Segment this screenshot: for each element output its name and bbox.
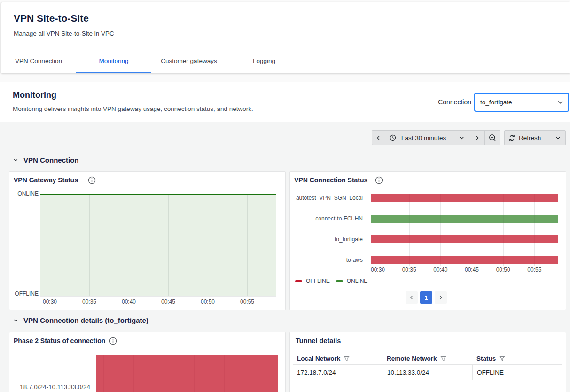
connection-tick: 00:30	[364, 267, 392, 273]
clock-icon	[390, 134, 396, 141]
gateway-tick: 00:35	[75, 298, 103, 305]
tab-bar: VPN Connection Monitoring Customer gatew…	[1, 54, 302, 73]
connection-bar-offline	[371, 235, 558, 243]
tab-customer-gateways[interactable]: Customer gateways	[151, 54, 226, 73]
gateway-tick: 00:55	[233, 298, 261, 305]
chart-legend: OFFLINE ONLINE	[295, 278, 367, 284]
chevron-down-icon	[459, 135, 464, 141]
col-status[interactable]: Status	[472, 355, 562, 362]
gateway-x-axis	[40, 296, 276, 297]
col-status-label: Status	[476, 355, 496, 362]
pagination-prev-button[interactable]	[406, 291, 418, 304]
chevron-down-icon	[13, 318, 23, 323]
zoom-out-icon	[489, 134, 496, 141]
connection-row-label: to-aws	[289, 257, 363, 263]
tab-logging[interactable]: Logging	[226, 54, 302, 73]
card-tunnel-details: Tunnel details Local Network Remote Netw…	[289, 332, 566, 392]
connection-row-label: to_fortigate	[289, 236, 363, 243]
page-title: VPN Site-to-Site	[14, 13, 89, 24]
section-vpn-connection-details[interactable]: VPN Connection details (to_fortigate)	[13, 316, 148, 324]
phase2-row-label: 172.18.7.0/24-10.113.33.0/24	[20, 384, 90, 391]
gateway-tick: 00:45	[154, 298, 182, 305]
info-icon[interactable]	[88, 176, 96, 186]
section-vpn-connection-details-title: VPN Connection details (to_fortigate)	[23, 316, 148, 324]
gateway-chart-title: VPN Gateway Status	[14, 176, 78, 184]
monitoring-description: Monitoring delivers insights into VPN ga…	[13, 105, 253, 112]
refresh-group: Refresh	[504, 130, 566, 145]
tunnel-details-title: Tunnel details	[296, 337, 341, 345]
chevron-down-icon	[552, 99, 568, 105]
gateway-y-online: ONLINE	[9, 190, 39, 197]
page-header: VPN Site-to-Site Manage all VPN Site-to-…	[1, 2, 570, 73]
chevron-left-icon	[376, 135, 381, 141]
gateway-chart-plot	[40, 194, 276, 297]
chevron-right-icon	[475, 135, 480, 141]
gateway-y-offline: OFFLINE	[9, 290, 39, 297]
filter-icon[interactable]	[499, 355, 505, 361]
legend-online-swatch	[336, 280, 343, 282]
phase2-bar-offline	[96, 355, 278, 392]
tab-monitoring[interactable]: Monitoring	[76, 54, 151, 73]
cell-remote-network: 10.113.33.0/24	[383, 365, 472, 380]
tunnel-table-header: Local Network Remote Network Status	[293, 352, 562, 365]
refresh-button[interactable]: Refresh	[505, 131, 550, 145]
filter-icon[interactable]	[344, 355, 350, 361]
connection-row-label: autotest_VPN_SGN_Local	[289, 195, 363, 201]
col-remote-network-label: Remote Network	[387, 355, 437, 362]
page-subtitle: Manage all VPN Site-to-Site in VPC	[14, 30, 114, 37]
connection-chart-title: VPN Connection Status	[294, 176, 367, 184]
time-next-button[interactable]	[469, 131, 484, 145]
section-vpn-connection-title: VPN Connection	[23, 156, 79, 164]
connection-tick: 00:50	[489, 267, 517, 273]
legend-online-label: ONLINE	[347, 278, 368, 284]
chevron-down-icon	[13, 157, 23, 163]
col-local-network[interactable]: Local Network	[293, 355, 383, 362]
connection-bar-offline	[371, 256, 558, 264]
filter-icon[interactable]	[440, 355, 446, 361]
col-remote-network[interactable]: Remote Network	[383, 355, 472, 362]
connection-select[interactable]: to_fortigate	[474, 93, 569, 112]
refresh-label: Refresh	[519, 134, 541, 141]
pagination-page-1[interactable]: 1	[420, 291, 432, 304]
phase2-chart-title: Phase 2 Status of connection	[14, 337, 105, 345]
card-phase2-status: Phase 2 Status of connection 172.18.7.0/…	[9, 332, 286, 392]
info-icon[interactable]	[109, 337, 117, 347]
connection-row-label: connect-to-FCI-HN	[289, 216, 363, 222]
legend-offline-swatch	[295, 280, 302, 282]
gateway-tick: 00:50	[194, 298, 222, 305]
connection-select-value: to_fortigate	[475, 99, 552, 106]
tab-vpn-connection[interactable]: VPN Connection	[1, 54, 76, 73]
card-vpn-connection-status: VPN Connection Status autotest_VPN_SGN_L…	[289, 171, 566, 310]
connection-bar-offline	[371, 194, 558, 202]
connection-label: Connection	[438, 98, 471, 106]
refresh-options-button[interactable]	[550, 131, 565, 145]
legend-offline[interactable]: OFFLINE	[295, 278, 330, 284]
refresh-icon	[508, 134, 515, 141]
connection-tick: 00:35	[395, 267, 423, 273]
legend-online[interactable]: ONLINE	[336, 278, 368, 284]
time-range-button[interactable]: Last 30 minutes	[385, 131, 469, 145]
tunnel-table-row: 172.18.7.0/24 10.113.33.0/24 OFFLINE	[293, 365, 562, 380]
monitoring-title: Monitoring	[13, 90, 56, 100]
pagination-next-button[interactable]	[435, 291, 447, 304]
time-prev-button[interactable]	[372, 131, 385, 145]
gateway-area-fill	[40, 195, 276, 296]
section-vpn-connection[interactable]: VPN Connection	[13, 156, 79, 164]
cell-local-network: 172.18.7.0/24	[293, 365, 383, 380]
zoom-out-button[interactable]	[485, 131, 500, 145]
connection-tick: 00:45	[458, 267, 486, 273]
info-icon[interactable]	[375, 176, 383, 186]
connection-tick: 00:40	[426, 267, 454, 273]
connection-tick: 00:55	[520, 267, 548, 273]
connection-bar-online	[371, 215, 558, 223]
gateway-tick: 00:40	[115, 298, 143, 305]
tunnel-table: Local Network Remote Network Status 172.…	[293, 352, 562, 380]
gateway-online-line	[40, 194, 276, 195]
gateway-tick: 00:30	[36, 298, 64, 305]
col-local-network-label: Local Network	[297, 355, 340, 362]
legend-offline-label: OFFLINE	[306, 278, 330, 284]
phase2-row-label-clip: 172.18.7.0/24-10.113.33.0/24	[20, 384, 90, 392]
cell-status: OFFLINE	[472, 365, 562, 380]
monitoring-header: Monitoring Monitoring delivers insights …	[0, 82, 570, 122]
card-vpn-gateway-status: VPN Gateway Status ONLINE OFFLINE 00:30 …	[9, 171, 286, 310]
